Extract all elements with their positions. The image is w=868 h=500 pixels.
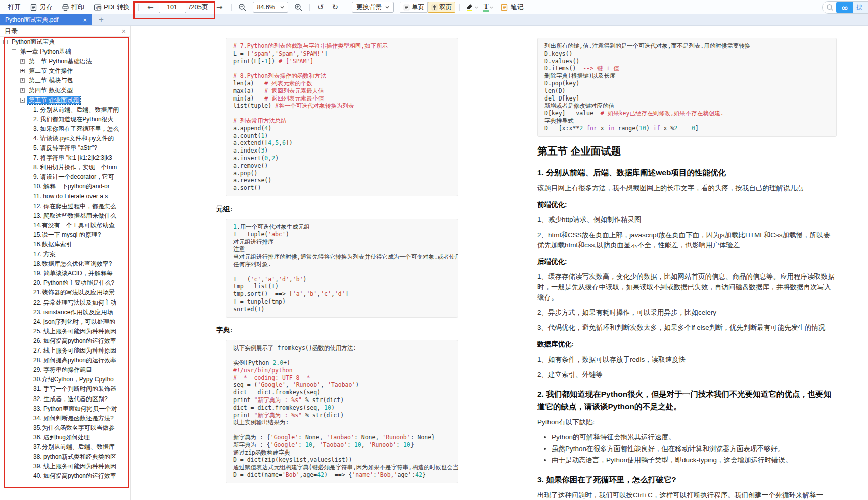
toc-item[interactable]: 25. 线上服务可能因为种种原因	[0, 327, 130, 336]
document-tab[interactable]: Python面试宝典.pdf ×	[0, 14, 92, 25]
tree-expander-icon[interactable]: +	[20, 88, 25, 93]
frontend-opt-item: 1、减少http请求、例如制作精灵图	[537, 215, 837, 225]
toc-item-label: 39. 线上服务可能因为种种原因	[32, 463, 118, 470]
double-page-button[interactable]: 双页	[428, 2, 455, 13]
toc-item[interactable]: 18.数据库怎么优化查询效率?	[0, 259, 130, 269]
toc-item[interactable]: - 第一章 Python基础	[0, 47, 130, 57]
toc-item[interactable]: 7. 将字符串 "k:1 |k1:2|k2:3|k3	[0, 153, 130, 163]
print-button[interactable]: 打印	[57, 1, 89, 13]
highlighter-tool[interactable]	[463, 3, 481, 11]
toc-item[interactable]: 37.分别从前端、后端、数据库	[0, 442, 130, 452]
chevron-down-icon[interactable]	[490, 6, 493, 9]
toc-item[interactable]: 14.有没有一个工具可以帮助查	[0, 221, 130, 230]
toc-item[interactable]: 33. Python里面如何拷贝一个对	[0, 404, 130, 414]
toc-item[interactable]: 24. json序列化时，可以处理的	[0, 317, 130, 327]
toc-item-label: 21.装饰器的写法以及应用场景	[32, 289, 116, 296]
toc-item[interactable]: 34. 如何判断是函数还是方法?	[0, 414, 130, 423]
zoom-out-button[interactable]	[235, 3, 250, 12]
toc-item[interactable]: 15.说一下 mysql 的原理?	[0, 230, 130, 240]
save-as-button[interactable]: 另存	[25, 1, 57, 13]
toc-item[interactable]: 1. 分别从前端、后端、数据库阐	[0, 105, 130, 115]
new-tab-button[interactable]: +	[92, 14, 110, 25]
text-tool[interactable]: T	[481, 3, 496, 12]
change-background-dropdown[interactable]: 更换背景	[352, 2, 394, 13]
list-item: 由于是动态语言，Python使用鸭子类型，即duck-typing，这会增加运行…	[552, 455, 837, 465]
single-page-button[interactable]: 单页	[400, 2, 428, 13]
toolbar: 打开 另存 打印 PW PDF转换 ← /205页 → 84.6% ↺ ↻	[0, 0, 868, 14]
toc-item[interactable]: 38. python新式类和经典类的区	[0, 452, 130, 462]
toc-item[interactable]: 16.数据库索引	[0, 240, 130, 249]
document-icon	[30, 4, 37, 11]
toc-item[interactable]: 29. 字符串的操作题目	[0, 365, 130, 375]
undo-button[interactable]: ↺	[313, 3, 328, 12]
close-icon[interactable]: ×	[122, 27, 126, 35]
toc-item-label: 13. 爬取这些数据都用来做什么	[32, 212, 118, 220]
toc-item[interactable]: 40. 如何提高python的运行效率	[0, 471, 130, 481]
code-block-tuple: 1.用一个可迭代对象生成元组 T = tuple('abc') 对元组进行排序 …	[226, 219, 458, 318]
toc-item[interactable]: 22. 异常处理写法以及如何主动	[0, 298, 130, 308]
toc-item[interactable]: + 第三节 模块与包	[0, 76, 130, 85]
toc-item-label: 23. isinstance作用以及应用场	[32, 309, 114, 316]
pdf-convert-button[interactable]: PW PDF转换	[89, 1, 134, 13]
tree-expander-icon[interactable]: -	[3, 40, 8, 44]
toc-item[interactable]: 17. 方案	[0, 249, 130, 259]
tree-expander-icon[interactable]: +	[20, 69, 25, 73]
toc-item[interactable]: 13. 爬取这些数据都用来做什么	[0, 211, 130, 221]
toc-item[interactable]: 12. 你在爬虫过程中，都是怎么	[0, 202, 130, 211]
toc-item[interactable]: 26. 如何提高python的运行效率	[0, 336, 130, 346]
toc-item[interactable]: 19. 简单谈谈ACID，并解释每	[0, 269, 130, 278]
toc-item[interactable]: 8. 利用切片操作，实现一个trim	[0, 163, 130, 172]
toc-item-label: 27. 线上服务可能因为种种原因	[32, 347, 118, 355]
redo-button[interactable]: ↻	[328, 3, 343, 12]
toc-item[interactable]: 23. isinstance作用以及应用场	[0, 308, 130, 317]
code-block-dict-fromkeys: 以下实例展示了 fromkeys()函数的使用方法: 实例(Python 2.0…	[226, 340, 458, 483]
toc-item[interactable]: 28. 如何提高python的运行效率	[0, 356, 130, 365]
zoom-in-button[interactable]	[291, 3, 306, 12]
tree-expander-icon[interactable]: -	[12, 49, 16, 54]
toc-item[interactable]: 11. how do I iterate over a s	[0, 192, 130, 202]
toc-item[interactable]: + 第二节 文件操作	[0, 66, 130, 76]
zoom-level-dropdown[interactable]: 84.6%	[253, 2, 288, 13]
document-viewer[interactable]: # 7.Python的列表的截取与字符串操作类型相同,如下所示 L = ['sp…	[131, 26, 868, 500]
search-box[interactable]: ∞ 搜	[822, 1, 868, 14]
toc-item[interactable]: 31. 手写一个判断时间的装饰器	[0, 384, 130, 394]
toc-item-label: 26. 如何提高python的运行效率	[32, 337, 118, 345]
notes-button[interactable]: 笔记	[496, 1, 528, 13]
open-button[interactable]: 打开	[3, 1, 25, 13]
next-page-button[interactable]: →	[211, 3, 228, 12]
tree-expander-icon[interactable]: -	[20, 98, 25, 103]
db-opt-item: 1、如有条件，数据可以存放于redis，读取速度快	[537, 355, 837, 365]
tab-close-icon[interactable]: ×	[83, 16, 87, 24]
toc-item-label: 4. 请谈谈.pyc文件和.py文件的	[32, 135, 115, 142]
toc-item[interactable]: 35.为什么函数名字可以当做参	[0, 423, 130, 433]
toc-item[interactable]: 21.装饰器的写法以及应用场景	[0, 288, 130, 297]
toc-item[interactable]: + 第一节 Python基础语法	[0, 57, 130, 66]
toc-item[interactable]: 30.介绍Cython，Pypy Cpytho	[0, 375, 130, 384]
toc-item[interactable]: + 第四节 数据类型	[0, 85, 130, 95]
search-icon	[826, 4, 834, 11]
toc-item[interactable]: 32. 生成器，迭代器的区别?	[0, 394, 130, 404]
toc-item-label: 第四节 数据类型	[27, 87, 74, 94]
single-page-label: 单页	[412, 3, 424, 12]
toc-item[interactable]: 9. 请设计一个decorator，它可	[0, 172, 130, 182]
previous-page-button[interactable]: ←	[142, 3, 159, 12]
toc-item[interactable]: 2. 我们都知道现在Python很火	[0, 115, 130, 124]
toc-item[interactable]: 36. 遇到bug如何处理	[0, 433, 130, 442]
chevron-down-icon[interactable]	[475, 6, 478, 9]
toc-item[interactable]: 39. 线上服务可能因为种种原因	[0, 462, 130, 471]
toc-item-label: 40. 如何提高python的运行效率	[32, 472, 118, 480]
toc-item[interactable]: 27. 线上服务可能因为种种原因	[0, 346, 130, 356]
tree-expander-icon[interactable]: +	[20, 59, 25, 64]
page-number-input[interactable]	[159, 2, 186, 13]
code-block-dict-ops: 列出所有的键,值.注意得到的是一个可迭代对象,而不是列表.用的时候需要转换 D.…	[537, 38, 837, 137]
toc-item[interactable]: 5. 请反转字符串 "aStr"?	[0, 143, 130, 153]
tree-expander-icon[interactable]: +	[20, 78, 25, 83]
toc-item[interactable]: 20. Python的主要功能是什么?	[0, 278, 130, 288]
toc-item[interactable]: 10. 解释一下python的and-or	[0, 182, 130, 191]
toc-item[interactable]: - Python面试宝典	[0, 37, 130, 47]
toc-item-label: 32. 生成器，迭代器的区别?	[32, 395, 109, 403]
toc-item-label: 31. 手写一个判断时间的装饰器	[32, 385, 118, 393]
toc-item[interactable]: 3. 如果你困在了死循环里，怎么	[0, 124, 130, 134]
toc-item[interactable]: 4. 请谈谈.pyc文件和.py文件的	[0, 134, 130, 143]
toc-item[interactable]: - 第五节 企业面试题	[0, 95, 130, 105]
